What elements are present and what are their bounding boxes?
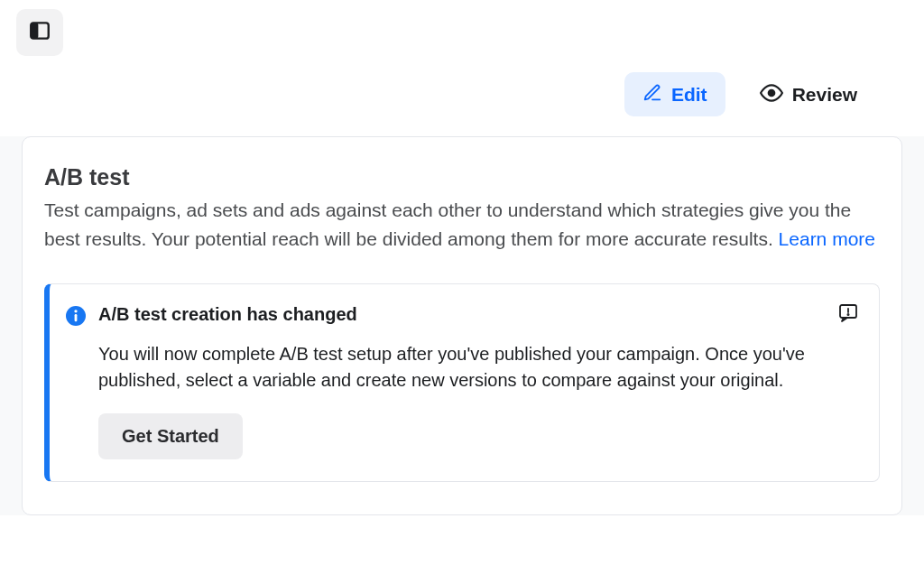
- svg-point-9: [847, 314, 848, 315]
- learn-more-link[interactable]: Learn more: [779, 228, 875, 249]
- info-card-body: You will now complete A/B test setup aft…: [98, 341, 857, 394]
- review-label: Review: [792, 85, 857, 104]
- edit-tab[interactable]: Edit: [624, 72, 725, 116]
- feedback-icon[interactable]: [837, 302, 859, 328]
- get-started-button[interactable]: Get Started: [98, 413, 243, 459]
- svg-rect-2: [33, 26, 36, 28]
- info-card-title: A/B test creation has changed: [98, 304, 857, 325]
- panel-toggle-button[interactable]: [16, 9, 63, 56]
- svg-rect-6: [75, 314, 78, 321]
- panel-icon: [28, 19, 51, 46]
- pencil-icon: [642, 83, 662, 106]
- review-tab[interactable]: Review: [742, 70, 875, 118]
- section-description: Test campaigns, ad sets and ads against …: [44, 196, 880, 253]
- section-description-text: Test campaigns, ad sets and ads against …: [44, 199, 851, 249]
- svg-point-4: [768, 90, 774, 97]
- svg-rect-3: [33, 29, 36, 31]
- edit-label: Edit: [671, 85, 707, 104]
- eye-icon: [760, 81, 783, 107]
- info-icon: [66, 306, 86, 326]
- svg-point-5: [74, 310, 77, 312]
- section-title: A/B test: [44, 164, 880, 190]
- ab-test-panel: A/B test Test campaigns, ad sets and ads…: [22, 136, 902, 515]
- info-card: A/B test creation has changed You will n…: [44, 283, 880, 482]
